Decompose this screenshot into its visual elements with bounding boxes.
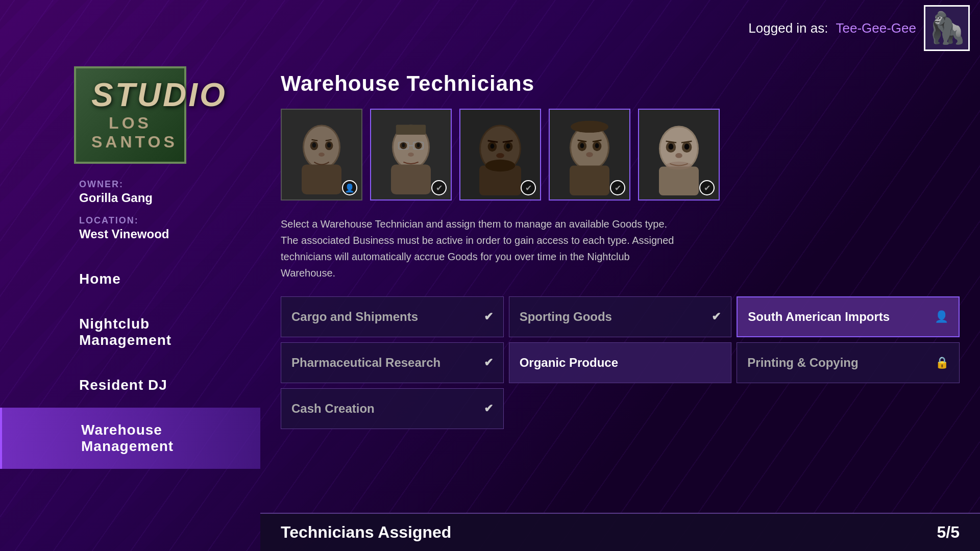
svg-point-55 bbox=[684, 144, 690, 150]
svg-point-22 bbox=[408, 153, 414, 157]
svg-point-2 bbox=[304, 126, 339, 168]
avatar-icon: 🦍 bbox=[928, 13, 966, 43]
sidebar-item-home[interactable]: Home bbox=[0, 257, 260, 302]
studio-name: STUDIO bbox=[91, 79, 169, 111]
description-text: Select a Warehouse Technician and assign… bbox=[281, 216, 679, 281]
sidebar-item-nightclub-management[interactable]: Nightclub Management bbox=[0, 302, 260, 363]
goods-south-american-person-icon: 👤 bbox=[935, 310, 948, 323]
portraits-row: 👤 bbox=[281, 109, 960, 201]
goods-item-sporting[interactable]: Sporting Goods ✔ bbox=[509, 296, 732, 337]
location-value: West Vinewood bbox=[79, 227, 181, 241]
goods-cash-check-icon: ✔ bbox=[484, 402, 493, 415]
goods-printing-label: Printing & Copying bbox=[747, 356, 935, 370]
svg-point-34 bbox=[496, 153, 504, 158]
goods-cash-label: Cash Creation bbox=[291, 402, 484, 416]
goods-south-american-label: South American Imports bbox=[748, 310, 935, 324]
goods-cargo-label: Cargo and Shipments bbox=[291, 310, 484, 324]
goods-item-south-american[interactable]: South American Imports 👤 bbox=[737, 296, 960, 337]
avatar: 🦍 bbox=[924, 5, 970, 51]
goods-item-cargo[interactable]: Cargo and Shipments ✔ bbox=[281, 296, 504, 337]
svg-rect-39 bbox=[570, 165, 609, 195]
login-prefix: Logged in as: bbox=[748, 20, 828, 36]
portrait-5[interactable]: ✔ bbox=[638, 109, 720, 201]
svg-point-35 bbox=[485, 160, 516, 171]
goods-organic-label: Organic Produce bbox=[520, 356, 721, 370]
portrait-2-badge: ✔ bbox=[431, 180, 447, 195]
technicians-value: 5/5 bbox=[937, 523, 960, 542]
portrait-4-badge: ✔ bbox=[610, 180, 625, 195]
location-label: LOCATION: bbox=[79, 215, 181, 226]
svg-point-6 bbox=[312, 143, 316, 148]
location-section: LOCATION: West Vinewood bbox=[0, 205, 260, 241]
svg-point-46 bbox=[586, 152, 593, 157]
owner-label: OWNER: bbox=[79, 179, 181, 190]
svg-rect-23 bbox=[396, 125, 426, 135]
portrait-3-badge: ✔ bbox=[521, 180, 536, 195]
section-title: Warehouse Technicians bbox=[281, 71, 960, 96]
portrait-2[interactable]: ✔ bbox=[370, 109, 452, 201]
svg-point-42 bbox=[580, 143, 584, 148]
goods-item-cash[interactable]: Cash Creation ✔ bbox=[281, 388, 504, 429]
svg-rect-14 bbox=[391, 165, 431, 195]
goods-pharmaceutical-label: Pharmaceutical Research bbox=[291, 356, 484, 370]
sidebar-item-resident-dj[interactable]: Resident DJ bbox=[0, 363, 260, 408]
svg-point-47 bbox=[571, 121, 608, 133]
portrait-4[interactable]: ✔ bbox=[549, 109, 630, 201]
svg-point-21 bbox=[417, 143, 420, 147]
top-bar: Logged in as: Tee-Gee-Gee 🦍 bbox=[0, 0, 980, 56]
goods-printing-lock-icon: 🔒 bbox=[935, 356, 949, 369]
goods-pharmaceutical-check-icon: ✔ bbox=[484, 356, 493, 369]
sidebar: STUDIO LOS SANTOS OWNER: Gorilla Gang LO… bbox=[0, 0, 260, 551]
owner-value: Gorilla Gang bbox=[79, 191, 181, 205]
svg-rect-3 bbox=[302, 165, 341, 195]
goods-grid: Cargo and Shipments ✔ Sporting Goods ✔ S… bbox=[281, 296, 960, 429]
goods-sporting-check-icon: ✔ bbox=[712, 310, 721, 323]
goods-sporting-label: Sporting Goods bbox=[520, 310, 712, 324]
svg-point-20 bbox=[402, 143, 405, 147]
portrait-5-badge: ✔ bbox=[699, 180, 715, 195]
studio-sublocation: LOS SANTOS bbox=[91, 114, 169, 152]
login-info: Logged in as: Tee-Gee-Gee 🦍 bbox=[748, 5, 970, 51]
nav-items: Home Nightclub Management Resident DJ Wa… bbox=[0, 257, 260, 551]
svg-point-59 bbox=[666, 162, 692, 170]
goods-item-pharmaceutical[interactable]: Pharmaceutical Research ✔ bbox=[281, 342, 504, 383]
technicians-label: Technicians Assigned bbox=[281, 523, 451, 542]
sidebar-item-warehouse-management[interactable]: Warehouse Management bbox=[0, 408, 260, 469]
goods-item-printing[interactable]: Printing & Copying 🔒 bbox=[737, 342, 960, 383]
goods-cargo-check-icon: ✔ bbox=[484, 310, 493, 323]
portrait-1-badge: 👤 bbox=[342, 180, 357, 195]
studio-logo: STUDIO LOS SANTOS bbox=[74, 66, 186, 164]
svg-point-31 bbox=[506, 144, 510, 149]
svg-point-7 bbox=[327, 143, 331, 148]
portrait-3[interactable]: ✔ bbox=[459, 109, 541, 201]
portrait-1[interactable]: 👤 bbox=[281, 109, 362, 201]
main-content: Warehouse Technicians bbox=[260, 61, 980, 551]
svg-point-30 bbox=[491, 144, 495, 149]
svg-point-58 bbox=[675, 153, 682, 158]
svg-point-10 bbox=[318, 153, 325, 157]
bottom-bar: Technicians Assigned 5/5 bbox=[260, 513, 980, 551]
owner-section: OWNER: Gorilla Gang bbox=[0, 164, 260, 205]
svg-point-54 bbox=[669, 144, 674, 150]
svg-point-43 bbox=[595, 143, 599, 148]
svg-rect-51 bbox=[659, 166, 699, 195]
login-username: Tee-Gee-Gee bbox=[836, 20, 916, 36]
goods-item-organic[interactable]: Organic Produce bbox=[509, 342, 732, 383]
